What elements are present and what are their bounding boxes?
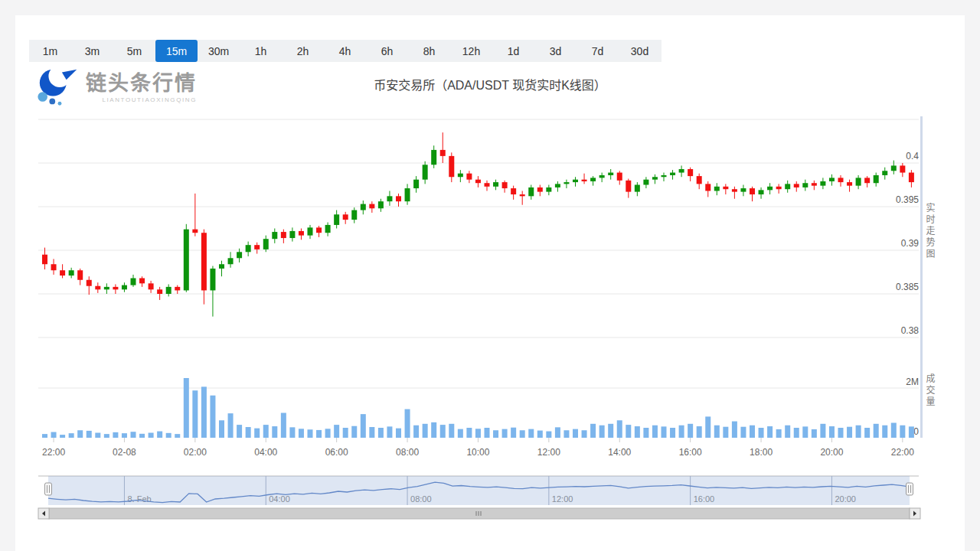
candle-body (351, 210, 357, 220)
volume-bar (511, 428, 516, 438)
candle-body (662, 175, 667, 177)
candle-body (617, 173, 622, 181)
volume-bar (431, 422, 436, 438)
volume-bar (767, 426, 773, 438)
volume-bar (334, 425, 339, 438)
x-axis-label: 08:00 (396, 447, 419, 458)
candle-body (237, 252, 242, 258)
candle-body (139, 278, 145, 283)
volume-bar (369, 427, 374, 438)
candle-body (254, 245, 260, 249)
candle-body (131, 278, 136, 285)
volume-bar (740, 427, 746, 438)
candle-body (900, 165, 905, 172)
x-axis-label: 12:00 (537, 447, 560, 458)
volume-bar (192, 390, 198, 438)
candle-body (829, 178, 835, 181)
navigator-handle-right[interactable] (906, 483, 913, 495)
candle-body (175, 287, 180, 291)
volume-bar (697, 426, 702, 438)
volume-bar (316, 430, 322, 438)
candle-body (289, 231, 295, 238)
candle-body (325, 225, 331, 233)
volume-bar (802, 426, 808, 438)
candle-body (210, 269, 215, 291)
volume-bar (714, 425, 720, 438)
volume-bar (670, 428, 675, 438)
candle-body (590, 178, 596, 181)
scrollbar-right-button[interactable] (910, 508, 920, 519)
volume-bar (343, 428, 348, 438)
navigator-handle-left[interactable] (45, 483, 52, 495)
candle-body (77, 270, 83, 280)
y-axis-scrollbar[interactable] (920, 116, 923, 438)
candle-body (785, 184, 790, 189)
candle-body (555, 184, 560, 187)
scrollbar-left-button[interactable] (38, 508, 49, 519)
candle-body (113, 287, 118, 289)
volume-bar (104, 434, 109, 438)
volume-bar (688, 424, 693, 438)
volume-bar (325, 429, 331, 438)
scrollbar-thumb[interactable] (49, 508, 910, 519)
volume-bar (909, 426, 914, 438)
volume-bar (289, 427, 295, 438)
candle-body (599, 175, 605, 178)
candle-body (874, 175, 879, 183)
volume-bar (785, 425, 790, 438)
candle-body (343, 214, 348, 220)
volume-bar (131, 432, 136, 438)
candle-body (643, 180, 648, 185)
volume-bar (564, 430, 569, 438)
x-axis-label: 02:00 (184, 447, 207, 458)
candle-body (423, 165, 428, 179)
candle-body (308, 227, 313, 235)
volume-bar (466, 428, 472, 438)
volume-bar (237, 425, 242, 438)
candle-body (838, 178, 844, 182)
candle-body (166, 287, 172, 294)
volume-bar (166, 433, 172, 438)
volume-bar (51, 432, 57, 438)
volume-bar (361, 414, 366, 438)
volume-bar (210, 396, 215, 438)
volume-bar (528, 429, 534, 438)
chart-plot-area[interactable] (38, 116, 919, 438)
volume-bar (440, 425, 446, 438)
x-axis-label: 02-08 (113, 447, 136, 458)
volume-bar (60, 435, 65, 438)
volume-bar (449, 424, 454, 438)
volume-bar (423, 424, 428, 438)
volume-bar (184, 378, 189, 438)
navigator-handle-right-body[interactable] (906, 483, 913, 495)
volume-bar (626, 425, 631, 438)
volume-bar (882, 425, 887, 438)
candle-body (794, 184, 799, 187)
volume-bar (475, 429, 481, 438)
candle-body (228, 258, 234, 264)
navigator-mask[interactable] (48, 476, 910, 505)
candle-body (493, 182, 498, 187)
candle-body (431, 150, 436, 165)
volume-bar (122, 433, 127, 438)
candle-body (405, 188, 410, 201)
candle-body (87, 280, 92, 286)
navigator-handle-left-body[interactable] (45, 483, 52, 495)
volume-bar (405, 409, 410, 438)
volume-bar (157, 432, 162, 438)
candle-body (387, 196, 392, 201)
candle-body (705, 184, 710, 191)
candle-body (909, 173, 914, 183)
volume-bar (219, 420, 224, 438)
volume-bar (820, 424, 825, 438)
volume-bar (201, 386, 207, 438)
candle-body (334, 214, 339, 225)
candle-body (316, 227, 322, 233)
candle-body (201, 233, 207, 290)
candle-body (537, 187, 543, 192)
kline-chart[interactable]: 0.40.3950.390.3850.382M022:0002-0802:000… (15, 15, 965, 536)
content-panel: 1m3m5m15m30m1h2h4h6h8h12h1d3d7d30d 链头条行情… (15, 15, 965, 551)
x-axis-label: 10:00 (466, 447, 489, 458)
x-axis-label: 14:00 (608, 447, 631, 458)
candle-body (626, 181, 631, 192)
